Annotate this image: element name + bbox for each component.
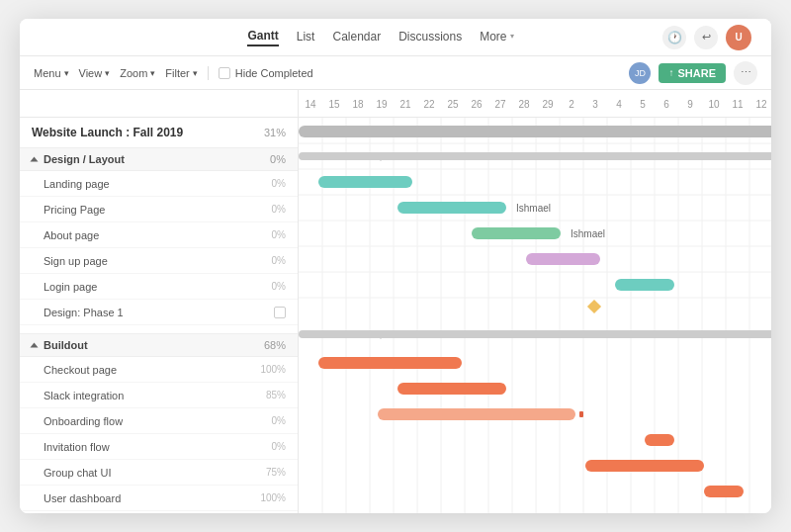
date-cell-28: 28 [512, 97, 536, 110]
date-cell-6: 6 [655, 97, 678, 110]
task-row-pricing[interactable]: Pricing Page 0% [20, 197, 298, 222]
bar-login [615, 279, 674, 291]
top-nav: Gantt List Calendar Discussions More ▾ 🕐… [20, 19, 771, 56]
group-title-design: Design / Layout [32, 153, 125, 165]
zoom-button[interactable]: Zoom ▾ [120, 67, 155, 79]
clock-icon-btn[interactable]: 🕐 [662, 26, 686, 49]
date-cell-29: 29 [536, 97, 560, 110]
toolbar-avatar: JD [629, 62, 651, 84]
user-avatar[interactable]: U [726, 25, 751, 50]
bar-invitation [645, 434, 674, 446]
gantt-area: 1415181921222526272829234569101112 [299, 90, 771, 513]
task-row-design-phase1[interactable]: Design: Phase 1 [20, 300, 298, 325]
share-button[interactable]: ↑ SHARE [659, 63, 726, 83]
date-cell-12: 12 [749, 97, 771, 110]
nav-right: 🕐 ↩ U [662, 25, 751, 50]
ellipsis-icon: ⋯ [741, 66, 751, 79]
date-cell-19: 19 [370, 97, 394, 110]
nav-tabs: Gantt List Calendar Discussions More ▾ [99, 29, 662, 46]
bar-signup [526, 253, 600, 265]
task-row-slack[interactable]: Slack integration 85% [20, 383, 298, 408]
task-row-onboarding[interactable]: Onboarding flow 0% [20, 408, 298, 434]
date-cell-9: 9 [678, 97, 702, 110]
tab-calendar[interactable]: Calendar [332, 30, 381, 45]
undo-icon-btn[interactable]: ↩ [694, 26, 718, 49]
task-row-checkout[interactable]: Checkout page 100% [20, 357, 298, 383]
menu-chevron-icon: ▾ [64, 68, 69, 78]
chevron-down-icon: ▾ [510, 32, 514, 41]
bar-pricing [397, 202, 506, 214]
date-cell-11: 11 [726, 97, 749, 110]
hide-completed-checkbox[interactable] [219, 67, 230, 79]
hide-completed-toggle[interactable]: Hide Completed [219, 67, 313, 79]
label-ishmael-2: Ishmael [571, 228, 605, 239]
bar-checkout [318, 357, 462, 369]
view-button[interactable]: View ▾ [79, 67, 111, 79]
date-cell-18: 18 [346, 97, 370, 110]
bar-landing [318, 176, 412, 188]
project-header: Website Launch : Fall 2019 31% [20, 118, 298, 147]
milestone-design-phase1 [587, 300, 601, 313]
date-cell-4: 4 [607, 97, 631, 110]
app-container: Gantt List Calendar Discussions More ▾ 🕐… [20, 19, 771, 513]
date-cell-21: 21 [394, 97, 417, 110]
undo-icon: ↩ [702, 31, 711, 44]
zoom-chevron-icon: ▾ [150, 68, 155, 78]
task-row-invitation[interactable]: Invitation flow 0% [20, 434, 298, 460]
project-bar [299, 126, 771, 137]
date-cell-25: 25 [441, 97, 465, 110]
bar-groupchat [585, 460, 704, 472]
tab-gantt[interactable]: Gantt [247, 29, 278, 46]
date-cell-3: 3 [583, 97, 607, 110]
group-pct-design: 0% [270, 153, 286, 165]
toolbar-divider [208, 66, 209, 80]
left-panel: Website Launch : Fall 2019 31% Design / … [20, 90, 299, 513]
filter-button[interactable]: Filter ▾ [165, 67, 197, 79]
toolbar: Menu ▾ View ▾ Zoom ▾ Filter ▾ Hide Compl… [20, 56, 771, 90]
chevron-icon-design [31, 157, 39, 162]
task-row-signup[interactable]: Sign up page 0% [20, 248, 298, 274]
task-row-about[interactable]: About page 0% [20, 222, 298, 248]
buildout-header-bar [299, 330, 771, 338]
toolbar-more-btn[interactable]: ⋯ [734, 61, 757, 85]
chevron-icon-buildout [31, 343, 39, 348]
bar-slack [397, 383, 506, 395]
project-title: Website Launch : Fall 2019 [32, 126, 183, 139]
share-icon: ↑ [668, 67, 673, 78]
date-cell-14: 14 [299, 97, 322, 110]
group-title-buildout: Buildout [32, 339, 88, 351]
date-cell-15: 15 [322, 97, 346, 110]
task-row-dashboard[interactable]: User dashboard 100% [20, 486, 298, 511]
task-checkbox-design-phase1[interactable] [274, 307, 286, 318]
date-cell-2: 2 [560, 97, 583, 110]
group-header-buildout[interactable]: Buildout 68% [20, 333, 298, 357]
tab-list[interactable]: List [297, 30, 315, 45]
label-ishmael-1: Ishmael [516, 203, 551, 214]
task-row-groupchat[interactable]: Group chat UI 75% [20, 460, 298, 486]
toolbar-right: JD ↑ SHARE ⋯ [629, 61, 757, 85]
tab-discussions[interactable]: Discussions [398, 30, 462, 45]
date-cell-5: 5 [631, 97, 655, 110]
gantt-svg: Ishmael Ishmael [299, 118, 771, 513]
date-header: 1415181921222526272829234569101112 [299, 90, 771, 118]
task-row-landing[interactable]: Landing page 0% [20, 171, 298, 197]
bar-dashboard [704, 486, 744, 497]
date-cell-27: 27 [488, 97, 512, 110]
filter-chevron-icon: ▾ [193, 68, 198, 78]
left-header-spacer [20, 90, 298, 118]
view-chevron-icon: ▾ [105, 68, 110, 78]
group-header-design[interactable]: Design / Layout 0% [20, 147, 298, 171]
bar-onboarding [378, 408, 575, 420]
project-pct: 31% [264, 127, 286, 138]
date-cell-26: 26 [465, 97, 488, 110]
date-cell-22: 22 [417, 97, 441, 110]
design-header-bar [299, 152, 771, 160]
date-cell-10: 10 [702, 97, 726, 110]
menu-button[interactable]: Menu ▾ [34, 67, 69, 79]
bar-about [472, 227, 561, 239]
tab-more[interactable]: More ▾ [480, 30, 513, 45]
group-spacer [20, 325, 298, 333]
bar-onboarding-end [579, 411, 583, 417]
task-row-login[interactable]: Login page 0% [20, 274, 298, 300]
clock-icon: 🕐 [667, 31, 682, 44]
